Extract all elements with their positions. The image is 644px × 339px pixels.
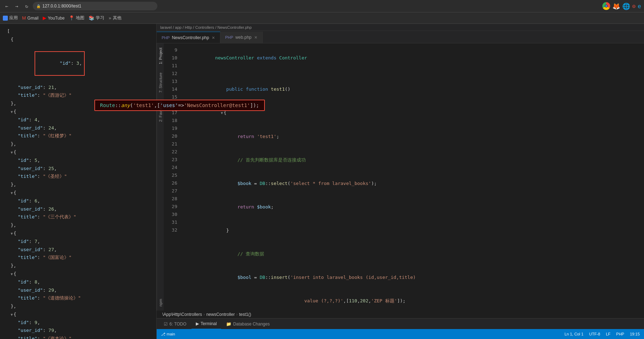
tab-web[interactable]: PHP web.php × bbox=[220, 32, 263, 43]
bookmark-other[interactable]: » 其他 bbox=[109, 15, 121, 21]
firefox-icon[interactable]: 🦊 bbox=[612, 2, 620, 10]
json-item-5-userid: "user_id": 27, bbox=[0, 246, 156, 254]
tab-todo-label: 6: TODO bbox=[169, 322, 187, 327]
bookmark-gmail[interactable]: M Gmail bbox=[22, 15, 38, 21]
json-item-2-userid: "user_id": 24, bbox=[0, 124, 156, 132]
code-line-10 bbox=[182, 70, 644, 78]
youtube-icon: ▶ bbox=[43, 15, 46, 21]
json-item-2-id: "id": 4, bbox=[0, 116, 156, 124]
tab-dbchanges[interactable]: 📁 Database Changes bbox=[222, 319, 274, 329]
code-area[interactable]: 1: Project 7: Structure 2: Favorites npm… bbox=[157, 43, 644, 311]
bookmark-maps[interactable]: 📍 地图 bbox=[69, 15, 84, 21]
tab-todo-icon: ☑ bbox=[164, 322, 168, 327]
tab-label-2: web.php bbox=[235, 35, 251, 40]
youtube-label: YouTube bbox=[48, 16, 64, 21]
json-item-7-open: ▼{ bbox=[0, 311, 156, 319]
path-text: laravel / app / Http / Controllers / New… bbox=[160, 25, 252, 30]
json-item-4-open: ▼{ bbox=[0, 189, 156, 197]
ide-panel: laravel / app / Http / Controllers / New… bbox=[157, 24, 644, 339]
status-bar: ⎇ main Ln 1, Col 1 UTF-8 LF PHP 19:15 bbox=[157, 329, 644, 339]
edge-icon[interactable]: 🌐 bbox=[622, 2, 630, 10]
vtab-project[interactable]: 1: Project bbox=[157, 43, 164, 68]
line-num-11: 11 bbox=[167, 62, 177, 70]
line-num-29: 29 bbox=[167, 203, 177, 211]
json-item-3-close: }, bbox=[0, 181, 156, 189]
bookmark-study[interactable]: 📚 学习 bbox=[89, 15, 104, 21]
json-open-bracket: [ bbox=[0, 27, 156, 36]
json-item-6-id: "id": 8, bbox=[0, 278, 156, 286]
bookmark-apps[interactable]: 应用 bbox=[3, 15, 18, 21]
json-item-3-open: ▼{ bbox=[0, 148, 156, 157]
code-line-19: $bool = DB::insert('insert into laravel_… bbox=[182, 266, 644, 289]
json-item-7-id: "id": 9, bbox=[0, 319, 156, 327]
tab-terminal[interactable]: ▶ Terminal bbox=[192, 319, 221, 329]
line-num-20: 20 bbox=[167, 132, 177, 140]
breadcrumb-method[interactable]: test1() bbox=[239, 312, 251, 317]
line-num-30: 30 bbox=[167, 211, 177, 218]
chrome-icon[interactable] bbox=[602, 2, 610, 10]
tab-close-1[interactable]: × bbox=[212, 35, 215, 41]
line-num-26: 26 bbox=[167, 179, 177, 187]
path-header: laravel / app / Http / Controllers / New… bbox=[157, 24, 644, 31]
study-label: 学习 bbox=[96, 15, 104, 21]
back-button[interactable]: ← bbox=[3, 2, 11, 10]
study-icon: 📚 bbox=[89, 15, 94, 21]
tab-label-1: NewsController.php bbox=[172, 35, 209, 40]
code-line-18: // 查询数据 bbox=[182, 242, 644, 266]
status-encoding[interactable]: UTF-8 bbox=[589, 332, 600, 336]
ide-tabs: PHP NewsController.php × PHP web.php × bbox=[157, 31, 644, 43]
line-num-23: 23 bbox=[167, 156, 177, 164]
line-num-28: 28 bbox=[167, 195, 177, 203]
line-num-22: 22 bbox=[167, 148, 177, 156]
line-num-13: 13 bbox=[167, 78, 177, 85]
line-num-12: 12 bbox=[167, 70, 177, 78]
bookmark-youtube[interactable]: ▶ YouTube bbox=[43, 15, 64, 21]
json-item-1-title: "title": "《西游记》" bbox=[0, 91, 156, 100]
json-item-4-id: "id": 6, bbox=[0, 197, 156, 205]
line-num-24: 24 bbox=[167, 164, 177, 171]
status-bar-right: Ln 1, Col 1 UTF-8 LF PHP 19:15 bbox=[565, 332, 640, 336]
json-item-1-open: { bbox=[0, 36, 156, 44]
status-time: 19:15 bbox=[630, 332, 640, 336]
refresh-button[interactable]: ↻ bbox=[23, 2, 31, 10]
breadcrumb-class[interactable]: newsController bbox=[206, 312, 235, 317]
code-line-20: value (?,?,?)',[110,202,'ZEP 标题']); bbox=[182, 289, 644, 311]
ie-icon[interactable]: e bbox=[638, 3, 641, 10]
json-item-2-close: }, bbox=[0, 140, 156, 148]
json-panel[interactable]: [ { "id": 3, "user_id": 21, "title": "《西… bbox=[0, 24, 157, 339]
vertical-tabs: 1: Project 7: Structure 2: Favorites npm bbox=[157, 43, 164, 311]
maps-label: 地图 bbox=[76, 15, 84, 21]
json-item-6-userid: "user_id": 29, bbox=[0, 286, 156, 295]
breadcrumb-sep-2: › bbox=[236, 312, 237, 317]
vtab-structure[interactable]: 7: Structure bbox=[157, 68, 164, 97]
forward-button[interactable]: → bbox=[13, 2, 21, 10]
opera-icon[interactable]: ⊙ bbox=[632, 3, 636, 10]
line-num-31: 31 bbox=[167, 218, 177, 226]
json-item-2-title: "title": "《红楼梦》" bbox=[0, 132, 156, 140]
json-item-7-userid: "user_id": 79, bbox=[0, 327, 156, 335]
breadcrumb-sep-1: › bbox=[203, 312, 205, 317]
tab-newscontroller[interactable]: PHP NewsController.php × bbox=[157, 32, 220, 43]
line-num-19: 19 bbox=[167, 125, 177, 132]
browser-bar: ← → ↻ 🔒 127.0.0.1:8000/test1 🦊 🌐 ⊙ e bbox=[0, 0, 644, 12]
address-bar[interactable]: 🔒 127.0.0.1:8000/test1 bbox=[33, 2, 157, 10]
tab-dbchanges-label: Database Changes bbox=[233, 322, 270, 327]
status-position[interactable]: Ln 1, Col 1 bbox=[565, 332, 583, 336]
tab-terminal-label: Terminal bbox=[201, 321, 217, 326]
json-item-5-id: "id": 7, bbox=[0, 238, 156, 246]
bookmarks-bar: 应用 M Gmail ▶ YouTube 📍 地图 📚 学习 » 其他 bbox=[0, 12, 644, 24]
json-item-7-title: "title": "《资本论》" bbox=[0, 335, 156, 339]
other-icon: » bbox=[109, 15, 111, 21]
vtab-npm[interactable]: npm bbox=[157, 295, 164, 311]
status-line-ending[interactable]: LF bbox=[606, 332, 611, 336]
code-line-9: newsController extends Controller bbox=[182, 46, 644, 70]
tab-todo[interactable]: ☑ 6: TODO bbox=[159, 319, 191, 329]
git-branch: ⎇ main bbox=[161, 332, 175, 337]
tab-close-2[interactable]: × bbox=[255, 35, 257, 40]
breadcrumb-namespace[interactable]: \App\Http\Controllers bbox=[162, 312, 202, 317]
php-icon-2: PHP bbox=[225, 35, 234, 39]
status-language[interactable]: PHP bbox=[616, 332, 624, 336]
json-item-1-id: "id": 3, bbox=[0, 44, 156, 84]
tab-terminal-icon: ▶ bbox=[196, 321, 199, 326]
code-content: newsController extends Controller public… bbox=[182, 43, 644, 311]
